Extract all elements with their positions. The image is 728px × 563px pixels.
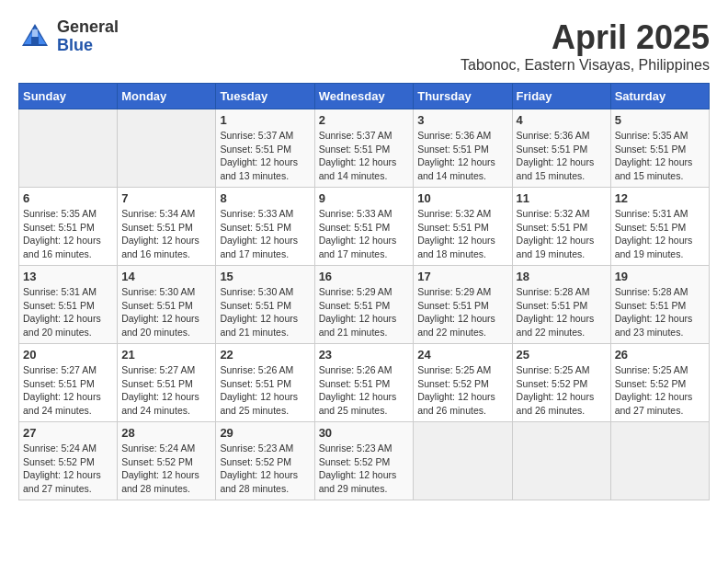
logo-blue: Blue xyxy=(57,37,119,55)
day-info: Sunrise: 5:24 AM Sunset: 5:52 PM Dayligh… xyxy=(121,442,211,496)
day-info: Sunrise: 5:26 AM Sunset: 5:51 PM Dayligh… xyxy=(220,363,310,418)
calendar-week-row: 1Sunrise: 5:37 AM Sunset: 5:51 PM Daylig… xyxy=(19,109,710,188)
calendar-cell: 14Sunrise: 5:30 AM Sunset: 5:51 PM Dayli… xyxy=(118,266,216,344)
calendar-cell: 24Sunrise: 5:25 AM Sunset: 5:52 PM Dayli… xyxy=(414,344,512,422)
weekday-header: Thursday xyxy=(414,84,512,109)
day-number: 12 xyxy=(615,191,705,205)
calendar-cell: 19Sunrise: 5:28 AM Sunset: 5:51 PM Dayli… xyxy=(610,266,709,344)
day-number: 19 xyxy=(615,270,705,283)
svg-rect-2 xyxy=(32,29,38,37)
calendar-cell: 7Sunrise: 5:34 AM Sunset: 5:51 PM Daylig… xyxy=(118,188,216,266)
calendar-cell xyxy=(19,109,118,188)
calendar-cell: 9Sunrise: 5:33 AM Sunset: 5:51 PM Daylig… xyxy=(314,188,414,266)
month-title: April 2025 xyxy=(461,18,710,57)
calendar-cell: 13Sunrise: 5:31 AM Sunset: 5:51 PM Dayli… xyxy=(19,266,118,344)
day-info: Sunrise: 5:27 AM Sunset: 5:51 PM Dayligh… xyxy=(23,363,113,418)
day-number: 26 xyxy=(615,348,705,362)
day-info: Sunrise: 5:36 AM Sunset: 5:51 PM Dayligh… xyxy=(417,129,507,183)
day-info: Sunrise: 5:29 AM Sunset: 5:51 PM Dayligh… xyxy=(417,285,507,339)
day-number: 27 xyxy=(23,426,113,440)
calendar-cell: 25Sunrise: 5:25 AM Sunset: 5:52 PM Dayli… xyxy=(512,344,610,422)
location-title: Tabonoc, Eastern Visayas, Philippines xyxy=(461,57,710,74)
calendar-cell: 17Sunrise: 5:29 AM Sunset: 5:51 PM Dayli… xyxy=(414,266,512,344)
day-number: 21 xyxy=(121,348,211,362)
calendar-cell: 16Sunrise: 5:29 AM Sunset: 5:51 PM Dayli… xyxy=(314,266,414,344)
day-number: 23 xyxy=(319,348,410,362)
day-number: 15 xyxy=(220,270,310,283)
day-info: Sunrise: 5:32 AM Sunset: 5:51 PM Dayligh… xyxy=(417,207,507,261)
logo-text: General Blue xyxy=(57,18,119,55)
day-info: Sunrise: 5:30 AM Sunset: 5:51 PM Dayligh… xyxy=(121,285,211,339)
calendar-cell: 15Sunrise: 5:30 AM Sunset: 5:51 PM Dayli… xyxy=(216,266,314,344)
day-info: Sunrise: 5:23 AM Sunset: 5:52 PM Dayligh… xyxy=(220,442,310,496)
day-number: 29 xyxy=(220,426,310,440)
day-info: Sunrise: 5:28 AM Sunset: 5:51 PM Dayligh… xyxy=(615,285,705,339)
day-number: 2 xyxy=(319,113,410,127)
logo-icon xyxy=(18,20,51,53)
weekday-header: Wednesday xyxy=(314,84,414,109)
calendar-cell: 10Sunrise: 5:32 AM Sunset: 5:51 PM Dayli… xyxy=(414,188,512,266)
day-info: Sunrise: 5:35 AM Sunset: 5:51 PM Dayligh… xyxy=(615,129,705,183)
calendar-cell: 18Sunrise: 5:28 AM Sunset: 5:51 PM Dayli… xyxy=(512,266,610,344)
day-number: 30 xyxy=(319,426,410,440)
day-info: Sunrise: 5:36 AM Sunset: 5:51 PM Dayligh… xyxy=(517,129,607,183)
day-number: 22 xyxy=(220,348,310,362)
day-info: Sunrise: 5:30 AM Sunset: 5:51 PM Dayligh… xyxy=(220,285,310,339)
calendar-cell: 28Sunrise: 5:24 AM Sunset: 5:52 PM Dayli… xyxy=(118,422,216,500)
day-number: 28 xyxy=(121,426,211,440)
calendar-cell xyxy=(610,422,709,500)
day-number: 17 xyxy=(417,270,507,283)
day-info: Sunrise: 5:25 AM Sunset: 5:52 PM Dayligh… xyxy=(417,363,507,418)
logo: General Blue xyxy=(18,18,119,55)
calendar-cell: 2Sunrise: 5:37 AM Sunset: 5:51 PM Daylig… xyxy=(314,109,414,188)
day-info: Sunrise: 5:29 AM Sunset: 5:51 PM Dayligh… xyxy=(319,285,410,339)
calendar-week-row: 6Sunrise: 5:35 AM Sunset: 5:51 PM Daylig… xyxy=(19,188,710,266)
calendar-cell: 22Sunrise: 5:26 AM Sunset: 5:51 PM Dayli… xyxy=(216,344,314,422)
day-info: Sunrise: 5:32 AM Sunset: 5:51 PM Dayligh… xyxy=(517,207,607,261)
day-info: Sunrise: 5:23 AM Sunset: 5:52 PM Dayligh… xyxy=(319,442,410,496)
calendar-cell: 21Sunrise: 5:27 AM Sunset: 5:51 PM Dayli… xyxy=(118,344,216,422)
day-info: Sunrise: 5:37 AM Sunset: 5:51 PM Dayligh… xyxy=(220,129,310,183)
calendar-week-row: 20Sunrise: 5:27 AM Sunset: 5:51 PM Dayli… xyxy=(19,344,710,422)
day-info: Sunrise: 5:37 AM Sunset: 5:51 PM Dayligh… xyxy=(319,129,410,183)
calendar-week-row: 27Sunrise: 5:24 AM Sunset: 5:52 PM Dayli… xyxy=(19,422,710,500)
calendar-cell: 11Sunrise: 5:32 AM Sunset: 5:51 PM Dayli… xyxy=(512,188,610,266)
calendar-table: SundayMondayTuesdayWednesdayThursdayFrid… xyxy=(18,83,710,500)
calendar-cell: 27Sunrise: 5:24 AM Sunset: 5:52 PM Dayli… xyxy=(19,422,118,500)
day-info: Sunrise: 5:25 AM Sunset: 5:52 PM Dayligh… xyxy=(615,363,705,418)
calendar-header-row: SundayMondayTuesdayWednesdayThursdayFrid… xyxy=(19,84,710,109)
day-info: Sunrise: 5:34 AM Sunset: 5:51 PM Dayligh… xyxy=(121,207,211,261)
calendar-cell: 20Sunrise: 5:27 AM Sunset: 5:51 PM Dayli… xyxy=(19,344,118,422)
calendar-cell: 23Sunrise: 5:26 AM Sunset: 5:51 PM Dayli… xyxy=(314,344,414,422)
weekday-header: Saturday xyxy=(610,84,709,109)
weekday-header: Tuesday xyxy=(216,84,314,109)
calendar-cell: 6Sunrise: 5:35 AM Sunset: 5:51 PM Daylig… xyxy=(19,188,118,266)
calendar-cell xyxy=(118,109,216,188)
page-header: General Blue April 2025 Tabonoc, Eastern… xyxy=(18,18,710,74)
calendar-cell: 1Sunrise: 5:37 AM Sunset: 5:51 PM Daylig… xyxy=(216,109,314,188)
day-number: 5 xyxy=(615,113,705,127)
calendar-cell: 30Sunrise: 5:23 AM Sunset: 5:52 PM Dayli… xyxy=(314,422,414,500)
day-info: Sunrise: 5:26 AM Sunset: 5:51 PM Dayligh… xyxy=(319,363,410,418)
day-number: 4 xyxy=(517,113,607,127)
calendar-cell: 4Sunrise: 5:36 AM Sunset: 5:51 PM Daylig… xyxy=(512,109,610,188)
logo-general: General xyxy=(57,18,119,37)
calendar-week-row: 13Sunrise: 5:31 AM Sunset: 5:51 PM Dayli… xyxy=(19,266,710,344)
day-number: 18 xyxy=(517,270,607,283)
day-number: 3 xyxy=(417,113,507,127)
calendar-cell: 26Sunrise: 5:25 AM Sunset: 5:52 PM Dayli… xyxy=(610,344,709,422)
day-number: 16 xyxy=(319,270,410,283)
day-info: Sunrise: 5:25 AM Sunset: 5:52 PM Dayligh… xyxy=(517,363,607,418)
day-info: Sunrise: 5:31 AM Sunset: 5:51 PM Dayligh… xyxy=(615,207,705,261)
day-info: Sunrise: 5:33 AM Sunset: 5:51 PM Dayligh… xyxy=(220,207,310,261)
day-number: 25 xyxy=(517,348,607,362)
calendar-cell xyxy=(414,422,512,500)
day-number: 10 xyxy=(417,191,507,205)
day-number: 6 xyxy=(23,191,113,205)
calendar-cell: 29Sunrise: 5:23 AM Sunset: 5:52 PM Dayli… xyxy=(216,422,314,500)
day-info: Sunrise: 5:28 AM Sunset: 5:51 PM Dayligh… xyxy=(517,285,607,339)
calendar-cell xyxy=(512,422,610,500)
day-number: 1 xyxy=(220,113,310,127)
calendar-cell: 3Sunrise: 5:36 AM Sunset: 5:51 PM Daylig… xyxy=(414,109,512,188)
day-info: Sunrise: 5:24 AM Sunset: 5:52 PM Dayligh… xyxy=(23,442,113,496)
